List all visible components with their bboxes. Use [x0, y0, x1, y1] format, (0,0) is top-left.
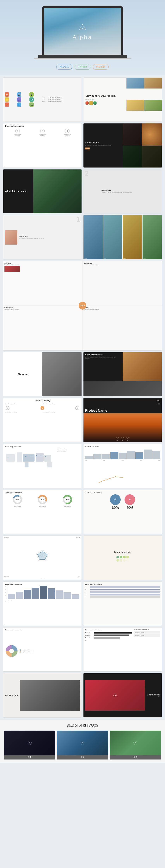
badge-support[interactable]: 售后支持 — [93, 64, 109, 70]
hbar-row-1: 4.0 — [85, 586, 160, 588]
worldmap-area: Some facts numbers Some facts numbers — [5, 448, 80, 475]
x-label-3: 2010 — [121, 460, 124, 461]
fact-2: Some facts in numbers — [48, 99, 62, 100]
hbar-label-4: 1.0 — [85, 594, 90, 595]
ios-icon-2: 📷 — [17, 92, 21, 97]
x-label-5: 2015 — [158, 460, 160, 461]
slide-agenda-icons: ⚙ 📷 📱 ⭐ 🎵 📧 📍 🌐 📞 9:00 Some facts in num… — [3, 78, 82, 122]
strengths-title: Strengths — [4, 262, 81, 264]
more-text-area: a little more about us Some text descrip… — [83, 352, 123, 381]
badge-animation[interactable]: 精美动画 — [56, 64, 72, 70]
gender-female: ♀ 40% — [125, 494, 135, 510]
heart-btn[interactable]: ♡ — [121, 437, 124, 441]
y-3: 3.0 — [5, 589, 6, 590]
slide-radar-content: Manager Teacher — [3, 536, 82, 580]
dot-7 — [123, 559, 126, 562]
pie-75-label: data analysis — [63, 506, 72, 507]
video-img-2 — [57, 731, 108, 755]
iphone-bar-2 — [94, 634, 129, 636]
vert-bars-title: Some facts in numbers — [5, 583, 80, 585]
fact-1: Some facts in numbers — [48, 97, 62, 98]
label-painter: Painter — [40, 578, 44, 579]
point-label: point — [85, 148, 90, 150]
person-2-photo — [87, 184, 100, 198]
slide-somefacts-numbers: Some facts numbers 2005 2008 2010 2013 2… — [83, 444, 162, 488]
slide-hungry: Stay hungry Stay foolish. — Steve Jobs — [83, 78, 162, 122]
video-thumb-1[interactable]: 星空 — [4, 731, 55, 760]
next-btn[interactable]: › — [126, 437, 129, 441]
svg-rect-2 — [23, 454, 35, 462]
video-label-2: 山川 — [57, 755, 108, 760]
italy-label: Italy — [85, 400, 160, 401]
person-2-info: Matt Damian Some facts in numbers text a… — [83, 169, 162, 213]
img-label-1: Alpha — [84, 257, 102, 259]
pie-text-row: Some facts in numbers Some facts in numb… — [5, 632, 80, 670]
x-label-2: 2008 — [103, 460, 106, 461]
slide-mockup-1-content: Mockup slide — [3, 673, 82, 717]
svg-marker-35 — [38, 551, 47, 560]
badge-choice[interactable]: 多种选择 — [75, 64, 90, 70]
iphone-sf-2: Some facts in numbers — [134, 634, 160, 637]
fact-3: Some facts in numbers — [48, 100, 62, 102]
video-section: 高清延时摄影视频 星空 山川 河流 — [0, 720, 165, 763]
slide-vert-bars-content: Some facts in numbers 4.0 3.0 2.0 1.0 0 — [3, 582, 82, 626]
bar-chart-area — [85, 448, 160, 459]
threats-title: Threats — [84, 307, 161, 308]
svg-rect-4 — [36, 453, 44, 461]
pf-4: Some facts in numbers — [43, 411, 80, 413]
proj-img-2 — [142, 123, 162, 145]
controls: ‹ ♡ › — [116, 437, 129, 441]
slide-hungry-content: Stay hungry Stay foolish. — Steve Jobs — [83, 78, 162, 122]
dot-6 — [120, 559, 122, 562]
worldmap-svg — [5, 448, 57, 475]
future-text: A look into the future — [3, 169, 33, 213]
worldmap-side-facts: Some facts numbers Some facts numbers — [57, 448, 80, 452]
male-pct: 60% — [110, 506, 121, 510]
img-cell-4: Alpha — [142, 215, 162, 259]
person-2-role: Some facts in numbers text about this pe… — [101, 192, 132, 193]
line-chart-svg — [85, 474, 138, 485]
svg-marker-45 — [135, 742, 136, 744]
pie-75-svg: 75% — [63, 495, 72, 504]
slide-vert-bars: Some facts in numbers 4.0 3.0 2.0 1.0 0 — [3, 582, 82, 626]
slide-future-content: A look into the future — [3, 169, 82, 213]
threats-cell: Threats Some facts in numbers descriptio… — [83, 306, 162, 350]
slide-worldmap-content: World map provinces — [3, 444, 82, 488]
slide-less-is-more: less is more — [83, 535, 162, 580]
less-title: less is more — [114, 551, 131, 554]
slide-presentation-agenda: Presentation agenda 1 Some facts in numb… — [3, 123, 82, 167]
slide-ios-content: ⚙ 📷 📱 ⭐ 🎵 📧 📍 🌐 📞 9:00 Some facts in num… — [3, 78, 82, 122]
gender-title: Some facts in numbers — [85, 492, 160, 493]
hungry-subtitle: — Steve Jobs — [85, 98, 125, 100]
prev-btn[interactable]: ‹ — [116, 437, 119, 441]
more-image — [123, 352, 162, 381]
sfn-title: Some facts numbers — [85, 446, 160, 447]
slide-person-1: 1 Jun Ji-Hyun Some facts in numbers text… — [3, 215, 82, 259]
y-4: 4.0 — [5, 586, 6, 587]
ios-icon-5: 🎵 — [17, 97, 21, 102]
slide-more-about: a little more about us Some text descrip… — [83, 352, 162, 396]
x-label-4: 2013 — [140, 460, 142, 461]
pie-75: 75% data analysis — [63, 495, 72, 507]
bar-7 — [135, 452, 143, 459]
iphone-bar-1 — [94, 632, 132, 633]
swot-center: SWOT — [79, 302, 86, 310]
bar-4 — [110, 452, 118, 459]
label-2: Some facts in numbers — [38, 134, 47, 136]
iphone-3x: 3X — [85, 640, 94, 641]
vbar-7 — [55, 590, 63, 599]
laptop-section: Alpha 精美动画 多种选择 售后支持 — [0, 0, 165, 75]
iphone-title: Some facts in numbers — [85, 629, 132, 631]
svg-marker-41 — [29, 742, 30, 744]
person-1-text: Jun Ji-Hyun Some facts in numbers text a… — [17, 236, 44, 239]
video-thumb-2[interactable]: 山川 — [57, 731, 108, 760]
weaknesses-title: Weaknesses — [84, 262, 161, 264]
time-1: 9:00 — [42, 97, 47, 98]
slide-worldmap: World map provinces — [3, 444, 82, 488]
video-thumb-3[interactable]: 河流 — [110, 731, 161, 760]
radar-svg-area — [34, 538, 51, 575]
bar-3 — [102, 454, 110, 459]
agenda-num-2: 2 Some facts in numbers — [38, 129, 47, 136]
pies-row: 25% data analysis 50% data analysis — [5, 495, 80, 507]
slide-ios-text: 9:00 Some facts in numbers 9:30 Some fac… — [41, 97, 80, 102]
